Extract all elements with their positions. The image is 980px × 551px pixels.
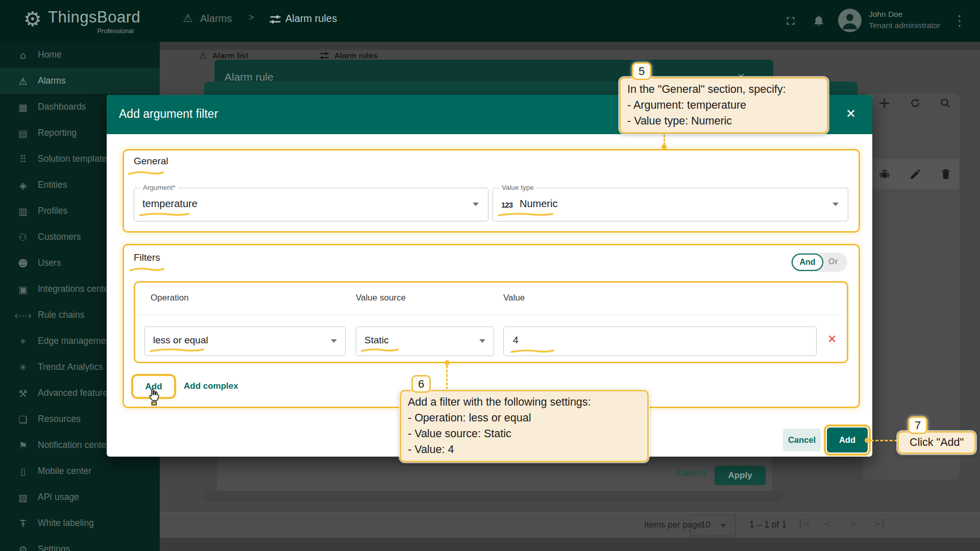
top-bar: ⚙ ThingsBoard Professional ⚠ Alarms > Al… <box>0 0 980 42</box>
sidebar-item-label: Mobile center <box>38 466 91 477</box>
fullscreen-icon[interactable] <box>784 14 797 28</box>
settings-gear-icon: ⚙ <box>14 544 32 551</box>
previous-page-icon[interactable]: < <box>824 517 830 530</box>
edge-management-icon: ⌖ <box>14 335 32 347</box>
sidebar-item-label: Advanced features <box>38 388 112 398</box>
add-entity-icon[interactable]: + <box>878 94 891 112</box>
filters-section-heading: Filters <box>134 252 160 263</box>
search-icon[interactable] <box>939 97 951 109</box>
step-number: 7 <box>915 419 921 432</box>
sidebar-item-label: Reporting <box>38 128 77 138</box>
sidebar-item-label: Alarms <box>38 76 65 86</box>
column-value-source: Value source <box>356 293 406 303</box>
delete-trash-icon[interactable] <box>939 167 952 181</box>
background-apply-button[interactable]: Apply <box>715 466 766 485</box>
alarms-breadcrumb-icon: ⚠ <box>183 12 193 24</box>
step-5-connector-dot <box>662 144 667 149</box>
callout-line: In the "General" section, specify: <box>627 82 820 97</box>
kebab-menu-icon[interactable]: ⋮ <box>952 12 967 29</box>
user-name: John Doe <box>869 10 902 19</box>
notification-center-icon: ⚑ <box>14 440 32 451</box>
close-icon[interactable]: ✕ <box>846 107 856 121</box>
first-page-icon[interactable]: |< <box>797 517 810 530</box>
sidebar-item-label: Edge management <box>38 336 113 346</box>
or-toggle-button[interactable]: Or <box>828 257 838 266</box>
step-number: 6 <box>418 378 424 391</box>
chevron-down-icon <box>832 203 839 206</box>
value-input-text: 4 <box>513 335 519 346</box>
general-section-heading: General <box>134 156 168 167</box>
add-button-label: Add <box>839 435 855 445</box>
alarm-rules-breadcrumb-icon <box>269 13 281 26</box>
chevron-down-icon <box>473 203 479 206</box>
breadcrumb-alarms[interactable]: Alarms <box>200 13 232 24</box>
argument-label: Argument* <box>140 184 178 191</box>
alarm-list-tab-icon: ⚠ <box>199 51 207 61</box>
sidebar-item-label: Notification center <box>38 440 109 450</box>
sidebar-item-label: Profiles <box>38 206 67 216</box>
value-source-value: Static <box>364 335 389 346</box>
value-source-select[interactable]: Static <box>356 327 494 356</box>
breadcrumb-separator: > <box>249 12 254 23</box>
sidebar-item-white-labeling[interactable]: ŦWhite labeling <box>0 510 160 536</box>
remove-filter-icon[interactable]: ✕ <box>827 333 837 345</box>
chevron-down-icon <box>331 339 337 343</box>
sidebar-item-label: Settings <box>38 544 70 551</box>
last-page-icon[interactable]: >| <box>874 517 886 530</box>
step-7-badge: 7 <box>908 416 927 434</box>
page-size-select[interactable]: 10 <box>690 515 736 536</box>
tab-alarm-list[interactable]: Alarm list <box>212 51 248 60</box>
sidebar-item-label: White labeling <box>38 518 94 529</box>
callout-line: - Argument: temperature <box>627 97 820 113</box>
sidebar-item-label: Trendz Analytics <box>38 362 103 372</box>
add-button[interactable]: Add <box>827 428 868 453</box>
sidebar-item-api-usage[interactable]: ▧API usage <box>0 484 160 510</box>
sidebar-item-alarms[interactable]: ⚠Alarms <box>0 68 160 94</box>
column-operation: Operation <box>151 293 189 303</box>
advanced-features-icon: ⚒ <box>14 388 32 399</box>
sidebar-item-label: Entities <box>38 180 67 190</box>
mobile-center-icon: ▯ <box>14 466 32 477</box>
next-page-icon[interactable]: > <box>850 517 856 530</box>
edit-pencil-icon[interactable] <box>909 167 922 181</box>
thingsboard-logo-icon: ⚙ <box>23 7 42 31</box>
value-type-label: Value type <box>499 184 536 191</box>
notifications-bell-icon[interactable] <box>812 14 825 27</box>
users-icon: ☻ <box>14 258 32 269</box>
background-cancel-button[interactable]: Cancel <box>677 468 705 478</box>
customers-icon: ⚇ <box>14 232 32 243</box>
argument-select[interactable]: Argument* temperature <box>134 188 488 221</box>
value-type-select[interactable]: Value type 123 Numeric <box>493 188 848 221</box>
step-6-callout: Add a filter with the following settings… <box>400 390 649 462</box>
callout-line: - Operation: less or equal <box>408 410 641 426</box>
sidebar-item-mobile-center[interactable]: ▯Mobile center <box>0 458 160 484</box>
pagination-bar: Items per page: 10 1 – 1 of 1 |< < > >| <box>160 512 980 538</box>
argument-value: temperature <box>142 198 198 210</box>
refresh-icon[interactable] <box>909 97 921 109</box>
callout-text: Click "Add" <box>910 436 964 448</box>
sidebar-item-label: Solution templates <box>38 154 111 164</box>
sidebar-item-settings[interactable]: ⚙Settings <box>0 536 160 551</box>
trendz-analytics-icon: ✳ <box>14 362 32 373</box>
operation-select[interactable]: less or equal <box>144 327 346 356</box>
tab-alarm-rules[interactable]: Alarm rules <box>334 51 378 60</box>
highlight-underline <box>360 347 399 353</box>
value-input[interactable]: 4 <box>503 327 817 356</box>
home-icon: ⌂ <box>14 49 32 61</box>
chevron-down-icon <box>720 524 726 528</box>
add-complex-button[interactable]: Add complex <box>184 381 238 391</box>
hand-cursor-icon <box>146 388 162 407</box>
sidebar-item-home[interactable]: ⌂Home <box>0 42 160 68</box>
table-divider <box>136 315 843 315</box>
step-number: 5 <box>639 65 645 78</box>
profiles-icon: ▥ <box>14 206 32 217</box>
callout-line: - Value source: Static <box>408 426 641 442</box>
debug-bug-icon[interactable] <box>878 167 891 181</box>
background-table-row <box>863 159 960 189</box>
and-toggle-button[interactable]: And <box>792 254 823 271</box>
cancel-button[interactable]: Cancel <box>783 429 821 452</box>
highlight-underline <box>510 348 555 354</box>
and-or-toggle: And Or <box>791 253 847 272</box>
avatar[interactable] <box>838 9 862 32</box>
sidebar-item-label: Home <box>38 49 62 60</box>
